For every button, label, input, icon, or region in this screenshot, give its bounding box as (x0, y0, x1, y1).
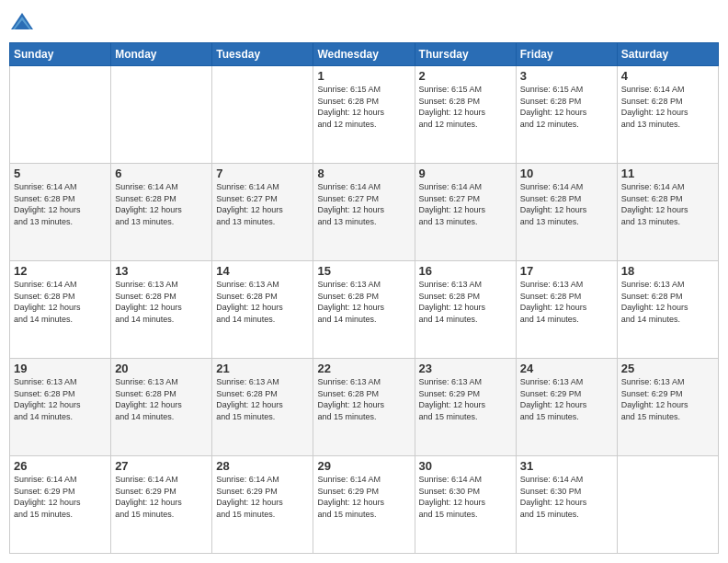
day-number: 9 (419, 167, 512, 180)
day-number: 13 (115, 264, 208, 278)
weekday-header: Sunday (10, 43, 111, 66)
day-number: 27 (115, 459, 208, 473)
calendar-cell: 25Sunrise: 6:13 AM Sunset: 6:29 PM Dayli… (617, 359, 718, 456)
calendar-cell: 26Sunrise: 6:14 AM Sunset: 6:29 PM Dayli… (10, 456, 111, 554)
calendar-cell (617, 456, 718, 554)
day-number: 7 (216, 167, 309, 180)
calendar-cell: 6Sunrise: 6:14 AM Sunset: 6:28 PM Daylig… (111, 164, 212, 261)
day-number: 25 (621, 362, 714, 375)
logo-icon (9, 9, 35, 35)
calendar-cell (212, 66, 313, 164)
calendar-cell: 29Sunrise: 6:14 AM Sunset: 6:29 PM Dayli… (313, 456, 415, 554)
calendar-week-row: 26Sunrise: 6:14 AM Sunset: 6:29 PM Dayli… (10, 456, 719, 554)
day-number: 6 (115, 167, 208, 180)
calendar-cell: 20Sunrise: 6:13 AM Sunset: 6:28 PM Dayli… (111, 359, 212, 456)
day-info: Sunrise: 6:14 AM Sunset: 6:29 PM Dayligh… (14, 474, 107, 520)
day-info: Sunrise: 6:14 AM Sunset: 6:28 PM Dayligh… (14, 181, 107, 227)
day-info: Sunrise: 6:14 AM Sunset: 6:30 PM Dayligh… (419, 474, 512, 520)
calendar-cell: 30Sunrise: 6:14 AM Sunset: 6:30 PM Dayli… (415, 456, 516, 554)
day-info: Sunrise: 6:14 AM Sunset: 6:28 PM Dayligh… (115, 181, 208, 227)
calendar-cell: 7Sunrise: 6:14 AM Sunset: 6:27 PM Daylig… (212, 164, 313, 261)
calendar-cell (111, 66, 212, 164)
page: SundayMondayTuesdayWednesdayThursdayFrid… (0, 0, 728, 563)
logo (9, 9, 39, 35)
day-info: Sunrise: 6:13 AM Sunset: 6:29 PM Dayligh… (520, 376, 613, 422)
weekday-header: Wednesday (313, 43, 415, 66)
day-number: 19 (14, 362, 107, 375)
day-info: Sunrise: 6:14 AM Sunset: 6:29 PM Dayligh… (317, 474, 410, 520)
day-number: 4 (621, 69, 714, 83)
calendar-table: SundayMondayTuesdayWednesdayThursdayFrid… (9, 42, 719, 554)
day-number: 5 (14, 167, 107, 180)
day-number: 3 (520, 69, 613, 83)
day-info: Sunrise: 6:14 AM Sunset: 6:28 PM Dayligh… (621, 181, 714, 227)
day-info: Sunrise: 6:15 AM Sunset: 6:28 PM Dayligh… (317, 84, 410, 130)
day-info: Sunrise: 6:13 AM Sunset: 6:28 PM Dayligh… (419, 279, 512, 325)
day-number: 30 (419, 459, 512, 473)
weekday-header: Tuesday (212, 43, 313, 66)
calendar-week-row: 5Sunrise: 6:14 AM Sunset: 6:28 PM Daylig… (10, 164, 719, 261)
day-number: 16 (419, 264, 512, 278)
day-number: 2 (419, 69, 512, 83)
day-info: Sunrise: 6:13 AM Sunset: 6:28 PM Dayligh… (115, 376, 208, 422)
calendar-cell: 19Sunrise: 6:13 AM Sunset: 6:28 PM Dayli… (10, 359, 111, 456)
day-info: Sunrise: 6:15 AM Sunset: 6:28 PM Dayligh… (520, 84, 613, 130)
calendar-cell: 21Sunrise: 6:13 AM Sunset: 6:28 PM Dayli… (212, 359, 313, 456)
weekday-header: Monday (111, 43, 212, 66)
calendar-cell: 5Sunrise: 6:14 AM Sunset: 6:28 PM Daylig… (10, 164, 111, 261)
day-number: 24 (520, 362, 613, 375)
day-number: 17 (520, 264, 613, 278)
day-number: 14 (216, 264, 309, 278)
calendar-week-row: 19Sunrise: 6:13 AM Sunset: 6:28 PM Dayli… (10, 359, 719, 456)
day-number: 26 (14, 459, 107, 473)
calendar-cell: 27Sunrise: 6:14 AM Sunset: 6:29 PM Dayli… (111, 456, 212, 554)
day-info: Sunrise: 6:13 AM Sunset: 6:28 PM Dayligh… (115, 279, 208, 325)
calendar-cell: 1Sunrise: 6:15 AM Sunset: 6:28 PM Daylig… (313, 66, 415, 164)
calendar-week-row: 1Sunrise: 6:15 AM Sunset: 6:28 PM Daylig… (10, 66, 719, 164)
day-info: Sunrise: 6:13 AM Sunset: 6:29 PM Dayligh… (419, 376, 512, 422)
day-info: Sunrise: 6:14 AM Sunset: 6:28 PM Dayligh… (14, 279, 107, 325)
day-number: 31 (520, 459, 613, 473)
day-info: Sunrise: 6:13 AM Sunset: 6:28 PM Dayligh… (14, 376, 107, 422)
day-number: 12 (14, 264, 107, 278)
calendar-cell: 12Sunrise: 6:14 AM Sunset: 6:28 PM Dayli… (10, 261, 111, 359)
calendar-cell: 9Sunrise: 6:14 AM Sunset: 6:27 PM Daylig… (415, 164, 516, 261)
calendar-cell: 31Sunrise: 6:14 AM Sunset: 6:30 PM Dayli… (516, 456, 617, 554)
day-info: Sunrise: 6:13 AM Sunset: 6:28 PM Dayligh… (520, 279, 613, 325)
calendar-cell: 22Sunrise: 6:13 AM Sunset: 6:28 PM Dayli… (313, 359, 415, 456)
day-info: Sunrise: 6:13 AM Sunset: 6:28 PM Dayligh… (216, 376, 309, 422)
calendar-cell: 11Sunrise: 6:14 AM Sunset: 6:28 PM Dayli… (617, 164, 718, 261)
day-number: 8 (317, 167, 410, 180)
day-info: Sunrise: 6:14 AM Sunset: 6:29 PM Dayligh… (115, 474, 208, 520)
calendar-cell: 2Sunrise: 6:15 AM Sunset: 6:28 PM Daylig… (415, 66, 516, 164)
weekday-header: Friday (516, 43, 617, 66)
day-info: Sunrise: 6:14 AM Sunset: 6:29 PM Dayligh… (216, 474, 309, 520)
calendar-cell: 23Sunrise: 6:13 AM Sunset: 6:29 PM Dayli… (415, 359, 516, 456)
day-number: 15 (317, 264, 410, 278)
day-number: 20 (115, 362, 208, 375)
day-info: Sunrise: 6:13 AM Sunset: 6:28 PM Dayligh… (317, 279, 410, 325)
day-info: Sunrise: 6:15 AM Sunset: 6:28 PM Dayligh… (419, 84, 512, 130)
day-info: Sunrise: 6:13 AM Sunset: 6:28 PM Dayligh… (317, 376, 410, 422)
calendar-cell: 14Sunrise: 6:13 AM Sunset: 6:28 PM Dayli… (212, 261, 313, 359)
day-number: 18 (621, 264, 714, 278)
calendar-cell: 13Sunrise: 6:13 AM Sunset: 6:28 PM Dayli… (111, 261, 212, 359)
day-number: 21 (216, 362, 309, 375)
weekday-header: Thursday (415, 43, 516, 66)
day-info: Sunrise: 6:13 AM Sunset: 6:28 PM Dayligh… (216, 279, 309, 325)
header (9, 9, 719, 35)
day-info: Sunrise: 6:13 AM Sunset: 6:28 PM Dayligh… (621, 279, 714, 325)
calendar-week-row: 12Sunrise: 6:14 AM Sunset: 6:28 PM Dayli… (10, 261, 719, 359)
calendar-cell: 10Sunrise: 6:14 AM Sunset: 6:28 PM Dayli… (516, 164, 617, 261)
calendar-cell: 4Sunrise: 6:14 AM Sunset: 6:28 PM Daylig… (617, 66, 718, 164)
day-number: 10 (520, 167, 613, 180)
day-info: Sunrise: 6:14 AM Sunset: 6:30 PM Dayligh… (520, 474, 613, 520)
day-number: 11 (621, 167, 714, 180)
day-info: Sunrise: 6:14 AM Sunset: 6:27 PM Dayligh… (317, 181, 410, 227)
weekday-header: Saturday (617, 43, 718, 66)
calendar-cell: 3Sunrise: 6:15 AM Sunset: 6:28 PM Daylig… (516, 66, 617, 164)
calendar-cell: 24Sunrise: 6:13 AM Sunset: 6:29 PM Dayli… (516, 359, 617, 456)
calendar-cell (10, 66, 111, 164)
day-number: 28 (216, 459, 309, 473)
day-number: 22 (317, 362, 410, 375)
